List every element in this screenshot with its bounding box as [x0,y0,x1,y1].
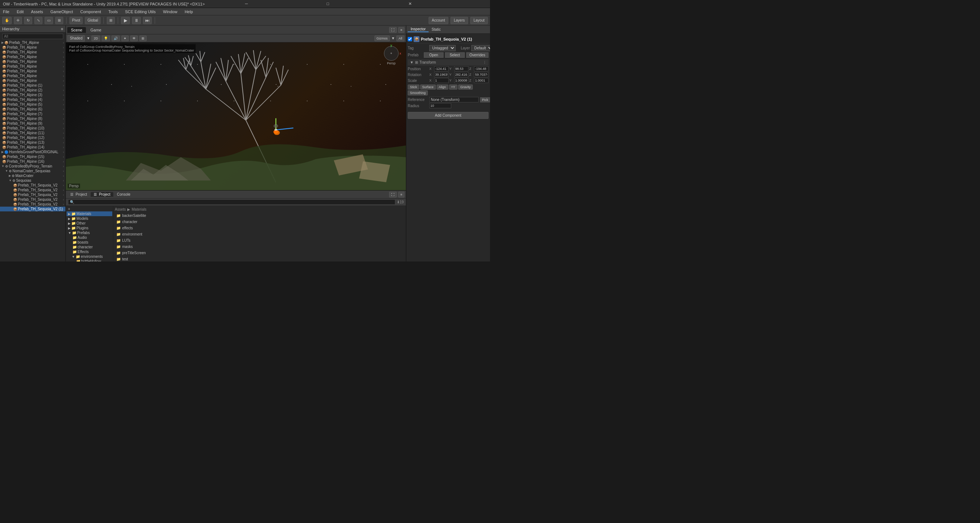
global-btn[interactable]: Global [85,17,100,24]
transform-menu[interactable]: ⋮ [483,61,486,64]
pause-btn[interactable]: ⏸ [132,17,141,24]
scene-menu-btn[interactable]: ≡ [398,27,404,33]
project-search-input[interactable] [68,199,395,205]
hierarchy-item[interactable]: 📦 Prefab_TH_Alpine (13) › [0,140,65,145]
step-btn[interactable]: ⏭ [143,17,152,24]
transform-section-header[interactable]: ▼ ⊞ Transform ⋮ [408,59,488,65]
account-btn[interactable]: Account [429,17,448,24]
reference-input[interactable] [429,97,479,102]
menu-gameobject[interactable]: GameObject [49,10,75,14]
hierarchy-item[interactable]: 📦 Prefab_TH_Alpine › [0,45,65,50]
asset-item[interactable]: 📁 environment [115,232,404,237]
align-btn[interactable]: Align [437,84,448,90]
move-tool[interactable]: ✛ [14,17,22,24]
hierarchy-item[interactable]: 📦 Prefab_TH_Alpine (10) › [0,126,65,130]
hierarchy-item[interactable]: 📦 Prefab_TH_Sequoia_V2 › [0,192,65,197]
gizmos-dropdown[interactable]: ▼ [391,36,395,40]
hierarchy-item[interactable]: 📦 Prefab_TH_Alpine (14) › [0,145,65,149]
hierarchy-item[interactable]: 📦 Prefab_TH_Alpine (16) › [0,159,65,164]
hierarchy-search[interactable] [2,33,63,39]
menu-edit[interactable]: Edit [15,10,25,14]
hierarchy-item[interactable]: 📦 Prefab_TH_Alpine (15) › [0,154,65,159]
asset-item[interactable]: 📁 backerSatellite [115,213,404,218]
hierarchy-item[interactable]: ▼ ⚙ NomaiCrater_Sequoias › [0,169,65,173]
scale-tool[interactable]: ⤡ [34,17,42,24]
prefab-select-btn[interactable]: Select [445,52,465,58]
hierarchy-menu-icon[interactable]: ≡ [61,27,63,31]
hierarchy-item[interactable]: 📦 Prefab_TH_Alpine › [0,50,65,54]
hierarchy-item[interactable]: 📦 Prefab_TH_Sequoia_V2 › [0,202,65,207]
layout-btn[interactable]: Layout [470,17,488,24]
hierarchy-item[interactable]: 📦 Prefab_TH_Alpine (3) › [0,92,65,97]
hierarchy-item[interactable]: 📦 Prefab_TH_Alpine › [0,69,65,73]
radius-input[interactable] [429,103,451,108]
hidden-btn[interactable]: 👁 [130,35,138,41]
menu-assets[interactable]: Assets [30,10,45,14]
bottom-maximize-btn[interactable]: ⛶ [389,192,397,197]
prefab-open-btn[interactable]: Open [424,52,444,58]
tab-project-1[interactable]: ☰ Project [67,192,90,197]
project-tree-item[interactable]: 📁 character [67,245,112,250]
close-btn[interactable]: ✕ [409,2,487,6]
plus-y-btn[interactable]: +Y [449,84,457,90]
tab-game[interactable]: Game [87,27,105,33]
hierarchy-item[interactable]: 📦 Prefab_TH_Alpine (11) › [0,130,65,135]
object-active-checkbox[interactable] [408,37,412,41]
pt-add-btn[interactable]: + [67,207,112,211]
rot-y-input[interactable] [454,72,469,77]
pos-z-input[interactable] [474,66,488,72]
hierarchy-item[interactable]: ▶ ⚙ MainCrater › [0,173,65,178]
prefab-overrides-btn[interactable]: Overrides [466,52,488,58]
audio-btn[interactable]: 🔊 [111,35,120,41]
rotate-tool[interactable]: ↻ [24,17,32,24]
hierarchy-item[interactable]: ▼ ⚙ Sequoias › [0,178,65,183]
rot-x-input[interactable] [434,72,449,77]
hierarchy-item[interactable]: 📦 Prefab_TH_Alpine (5) › [0,102,65,107]
project-tree-item[interactable]: ▶ 📁 Plugins [67,226,112,231]
tab-project-2[interactable]: ☰ Project [91,192,113,197]
hierarchy-item[interactable]: 📦 Prefab_TH_Alpine › [0,78,65,83]
hierarchy-item[interactable]: ▶ 🔵 HornfelsGrovePivotORIGINAL › [0,149,65,154]
layers-btn[interactable]: Layers [450,17,468,24]
menu-tools[interactable]: Tools [107,10,119,14]
minimize-btn[interactable]: ─ [245,2,324,6]
gravity-btn[interactable]: Gravity [458,84,473,90]
smoothing-btn[interactable]: Smoothing [408,91,428,95]
asset-item[interactable]: 📁 preTitleScreen [115,250,404,256]
breadcrumb-materials[interactable]: Materials [132,207,146,211]
hand-tool[interactable]: ✋ [2,17,12,24]
hierarchy-item[interactable]: 📦 Prefab_TH_Alpine › [0,73,65,78]
project-tree-item[interactable]: 📁 brittleHollow [67,259,112,262]
hierarchy-item[interactable]: 📦 Prefab_TH_Alpine (2) › [0,88,65,92]
hierarchy-item[interactable]: ▶ 📦 Prefab_TH_Alpine › [0,40,65,45]
bottom-menu-btn[interactable]: ≡ [398,192,404,197]
scale-x-input[interactable] [434,78,449,83]
all-btn[interactable]: All [396,35,404,41]
scene-view[interactable]: Part of CullGroup ControlledByProxy_Terr… [66,43,406,190]
pick-btn[interactable]: Pick [480,97,490,102]
effects-btn[interactable]: ✦ [121,35,129,41]
grid-scene-btn[interactable]: ⊞ [139,35,146,41]
rect-tool[interactable]: ▭ [45,17,53,24]
hierarchy-item[interactable]: 📦 Prefab_TH_Alpine (4) › [0,97,65,102]
transform-tool[interactable]: ⊞ [55,17,63,24]
project-tree-item[interactable]: ▶ 📁 Other [67,221,112,226]
scale-y-input[interactable] [454,78,469,83]
grid-btn[interactable]: ⊞ [107,17,115,24]
pivot-btn[interactable]: Pivot [70,17,83,24]
project-tree-item[interactable]: ▼ 📁 Prefabs [67,231,112,235]
scale-z-input[interactable] [474,78,488,83]
light-btn[interactable]: 💡 [102,35,110,41]
project-tree-item[interactable]: ▶ 📁 Materials [67,211,112,216]
hierarchy-item[interactable]: 📦 Prefab_TH_Alpine (8) › [0,116,65,121]
rot-z-input[interactable] [474,72,488,77]
menu-sce[interactable]: SCE Editing Utils [124,10,157,14]
menu-file[interactable]: File [2,10,11,14]
hierarchy-item[interactable]: ▼ ⚙ ControlledByProxy_Terrain › [0,164,65,169]
hierarchy-item[interactable]: 📦 Prefab_TH_Sequoia_V2 › [0,188,65,192]
stick-btn[interactable]: Stick [408,84,419,90]
project-tree-item[interactable]: ▶ 📁 Models [67,216,112,221]
hierarchy-item[interactable]: 📦 Prefab_TH_Alpine (6) › [0,107,65,111]
hierarchy-item[interactable]: 📦 Prefab_TH_Alpine (9) › [0,121,65,126]
menu-window[interactable]: Window [162,10,179,14]
